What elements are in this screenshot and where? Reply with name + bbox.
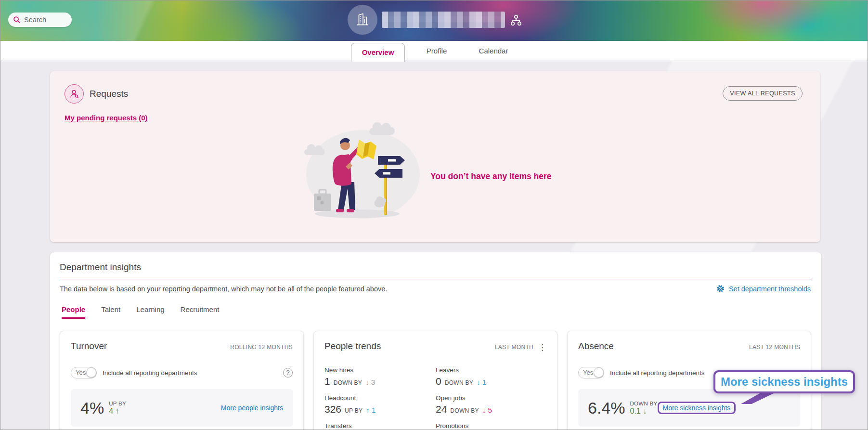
arrow-up-icon: ↑ (116, 407, 119, 415)
redacted-company-name (382, 12, 505, 28)
search-placeholder: Search (24, 16, 46, 24)
toggle-state-label: Yes (76, 369, 86, 376)
view-all-requests-button[interactable]: VIEW ALL REQUESTS (723, 86, 803, 101)
toggle-description: Include all reporting departments (103, 369, 197, 377)
page-tabbar: Overview Profile Calendar (0, 41, 868, 61)
search-icon (13, 16, 21, 24)
metric-transfers: Transfers 0 (324, 422, 436, 430)
absence-direction: DOWN BY (630, 401, 658, 406)
turnover-value: 4% (80, 399, 104, 417)
search-input[interactable]: Search (8, 13, 72, 27)
toggle-state-label: Yes (583, 369, 593, 376)
department-insights-panel: Department insights The data below is ba… (50, 252, 821, 430)
subtab-learning[interactable]: Learning (136, 305, 164, 319)
turnover-stat-box: 4% UP BY 4 ↑ More people insights (71, 389, 293, 427)
people-trends-period: LAST MONTH (495, 344, 533, 351)
tab-profile-label: Profile (427, 47, 447, 55)
absence-title: Absence (578, 341, 614, 352)
absence-delta: 0.1 ↓ (630, 407, 658, 416)
people-trends-card: People trends LAST MONTH ⋮ New hires 1DO… (313, 331, 557, 430)
turnover-period: ROLLING 12 MONTHS (230, 344, 293, 351)
subtab-talent[interactable]: Talent (101, 305, 120, 319)
insights-description: The data below is based on your reportin… (60, 285, 387, 293)
toggle-description: Include all reporting departments (610, 369, 705, 377)
org-chart-icon[interactable] (510, 14, 522, 28)
absence-period: LAST 12 MONTHS (749, 344, 800, 351)
more-people-insights-link[interactable]: More people insights (221, 404, 283, 412)
person-search-icon (65, 84, 84, 104)
annotation-callout: More sickness insights (713, 370, 855, 393)
thresholds-link-label: Set department thresholds (729, 285, 811, 293)
tab-profile[interactable]: Profile (410, 41, 463, 61)
metric-promotions: Promotions 0 (436, 422, 547, 430)
subtab-people[interactable]: People (62, 305, 85, 319)
department-insights-title: Department insights (60, 262, 141, 273)
tab-overview[interactable]: Overview (351, 43, 405, 62)
header-banner: Search (0, 0, 868, 41)
arrow-up-icon: ↑ 1 (366, 404, 376, 417)
turnover-card: Turnover ROLLING 12 MONTHS Yes Include a… (60, 331, 304, 430)
metric-open-jobs: Open jobs 24DOWN BY↓ 5 (436, 394, 547, 417)
arrow-down-icon: ↓ 3 (365, 376, 375, 389)
kebab-menu-icon[interactable]: ⋮ (538, 343, 546, 352)
toggle-knob (594, 367, 604, 378)
arrow-down-icon: ↓ 5 (482, 404, 492, 417)
settings-gear-icon (716, 284, 725, 293)
set-department-thresholds-link[interactable]: Set department thresholds (716, 284, 811, 293)
pink-divider (60, 279, 811, 279)
tab-calendar-label: Calendar (479, 47, 508, 55)
building-icon (354, 12, 371, 28)
my-pending-requests-link[interactable]: My pending requests (0) (65, 114, 148, 122)
absence-include-toggle[interactable]: Yes (578, 367, 604, 378)
help-icon[interactable]: ? (283, 368, 293, 378)
requests-title: Requests (90, 89, 128, 99)
arrow-down-icon: ↓ 1 (477, 376, 486, 389)
turnover-title: Turnover (71, 341, 107, 352)
metric-new-hires: New hires 1DOWN BY↓ 3 (324, 366, 436, 390)
arrow-down-icon: ↓ (643, 407, 647, 415)
requests-card: Requests My pending requests (0) VIEW AL… (50, 71, 820, 242)
tab-calendar[interactable]: Calendar (467, 41, 520, 61)
people-trends-metrics: New hires 1DOWN BY↓ 3 Leavers 0DOWN BY↓ … (324, 366, 546, 430)
subtab-recruitment[interactable]: Recruitment (181, 305, 220, 319)
turnover-include-toggle[interactable]: Yes (71, 367, 97, 378)
metric-headcount: Headcount 326UP BY↑ 1 (324, 394, 436, 417)
empty-state-message: You don’t have any items here (430, 171, 552, 182)
app-window: Search Overv (0, 0, 868, 430)
empty-state-illustration (299, 120, 428, 225)
insight-cards-row: Turnover ROLLING 12 MONTHS Yes Include a… (60, 331, 811, 430)
tab-overview-label: Overview (362, 48, 394, 56)
more-sickness-insights-link[interactable]: More sickness insights (658, 402, 736, 414)
absence-value: 6.4% (588, 399, 625, 417)
turnover-delta: 4 ↑ (109, 407, 126, 416)
company-logo (348, 5, 377, 35)
metric-leavers: Leavers 0DOWN BY↓ 1 (436, 366, 547, 390)
turnover-direction: UP BY (109, 401, 126, 406)
toggle-knob (86, 367, 96, 378)
people-trends-title: People trends (324, 341, 381, 352)
insights-subtabs: People Talent Learning Recruitment (62, 305, 219, 319)
